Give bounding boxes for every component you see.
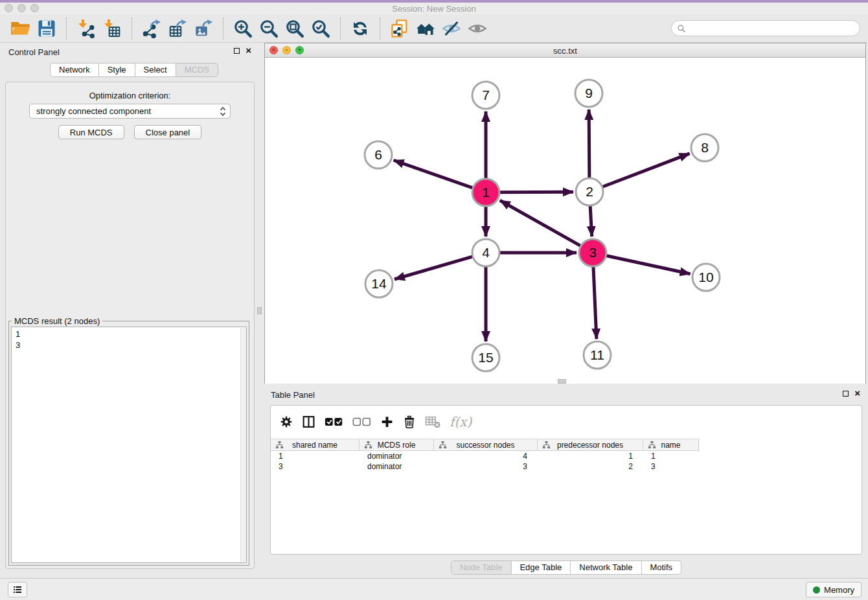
close-table-panel-icon[interactable]: ×	[854, 390, 860, 397]
zoom-out-button[interactable]	[256, 17, 282, 40]
apply-layout-button[interactable]	[347, 17, 373, 40]
mcds-result-values: 13	[12, 327, 246, 352]
zoom-selected-button[interactable]	[308, 17, 334, 40]
column-header-MCDS-role[interactable]: MCDS role	[360, 439, 434, 450]
graph-node-9[interactable]: 9	[575, 80, 602, 107]
graph-edge-3-11[interactable]	[593, 266, 597, 339]
search-field[interactable]	[671, 20, 860, 36]
graph-edge-1-6[interactable]	[394, 160, 474, 188]
memory-button[interactable]: Memory	[806, 582, 862, 597]
float-panel-icon[interactable]	[234, 48, 240, 54]
delete-table-icon	[425, 415, 440, 429]
function-builder-button[interactable]: f(x)	[450, 412, 472, 432]
tab-style[interactable]: Style	[99, 63, 135, 77]
zoom-in-button[interactable]	[230, 17, 256, 40]
close-panel-button[interactable]: Close panel	[134, 125, 202, 139]
graph-node-8[interactable]: 8	[691, 134, 718, 161]
table-settings-button[interactable]	[280, 412, 293, 432]
column-layout-button[interactable]	[302, 412, 315, 432]
save-session-button[interactable]	[34, 17, 60, 40]
zoom-in-icon	[233, 19, 253, 38]
result-scrollbar[interactable]	[240, 328, 246, 562]
export-network-icon	[142, 19, 161, 38]
refresh-icon	[350, 19, 370, 38]
column-header-predecessor-nodes[interactable]: predecessor nodes	[538, 439, 643, 450]
network-canvas[interactable]: 7968124314101511	[265, 58, 865, 384]
node-label: 10	[698, 270, 713, 284]
node-label: 11	[590, 347, 604, 362]
toolbar-separator	[223, 17, 223, 40]
tab-network[interactable]: Network	[50, 63, 99, 77]
graph-node-1[interactable]: 1	[472, 179, 499, 206]
float-table-panel-icon[interactable]	[843, 391, 849, 397]
graph-node-14[interactable]: 14	[365, 270, 393, 297]
export-network-button[interactable]	[139, 17, 165, 40]
column-header-shared-name[interactable]: shared name	[271, 439, 360, 450]
column-header-label: MCDS role	[378, 441, 416, 450]
graph-edge-3-10[interactable]	[606, 255, 691, 273]
tab-node-table[interactable]: Node Table	[451, 560, 512, 575]
table-row[interactable]: 1dominator411	[271, 451, 862, 461]
window-title: Session: New Session	[0, 4, 868, 14]
zoom-fit-icon	[285, 19, 304, 38]
tab-mcds[interactable]: MCDS	[176, 63, 218, 77]
delete-table-button[interactable]	[425, 412, 440, 432]
table-header-row: shared nameMCDS rolesuccessor nodesprede…	[271, 439, 700, 451]
close-panel-icon[interactable]: ×	[246, 47, 251, 54]
export-image-button[interactable]	[190, 17, 216, 40]
clone-network-button[interactable]	[387, 17, 413, 40]
table-cell: 3	[271, 462, 360, 471]
graph-edge-2-3[interactable]	[590, 205, 592, 237]
export-table-button[interactable]	[165, 17, 190, 40]
table-row[interactable]: 3dominator323	[271, 461, 862, 472]
search-input[interactable]	[686, 23, 860, 33]
graph-edge-1-2[interactable]	[499, 192, 573, 192]
tab-edge-table[interactable]: Edge Table	[511, 560, 571, 575]
deselect-all-button[interactable]	[352, 412, 371, 432]
network-window-titlebar[interactable]: × − + scc.txt	[265, 43, 865, 58]
main-titlebar: Session: New Session	[0, 3, 868, 14]
graph-edge-4-14[interactable]	[394, 257, 473, 279]
graph-node-3[interactable]: 3	[579, 239, 606, 266]
show-panels-button[interactable]	[8, 582, 27, 597]
criterion-select[interactable]: strongly connected component	[29, 104, 231, 119]
graph-node-15[interactable]: 15	[472, 344, 499, 371]
import-table-button[interactable]	[99, 17, 125, 40]
graph-node-2[interactable]: 2	[576, 178, 603, 205]
vertical-splitter-grip[interactable]	[257, 307, 262, 314]
graph-node-7[interactable]: 7	[472, 82, 499, 109]
graph-node-10[interactable]: 10	[692, 264, 720, 291]
show-hide-button[interactable]	[464, 17, 490, 40]
houses-icon	[416, 19, 435, 38]
zoom-fit-button[interactable]	[282, 17, 308, 40]
node-label: 4	[482, 245, 490, 260]
graph-edge-2-9[interactable]	[589, 110, 589, 178]
mcds-result-box[interactable]: 13	[11, 327, 247, 563]
graph-node-11[interactable]: 11	[584, 341, 611, 369]
column-header-name[interactable]: name	[643, 439, 699, 450]
graphics-details-button[interactable]	[439, 17, 464, 40]
graph-node-4[interactable]: 4	[472, 239, 499, 266]
list-icon	[12, 584, 23, 595]
tree-icon	[364, 441, 372, 449]
clone-network-icon	[390, 19, 409, 38]
table-cell: 1	[271, 452, 360, 461]
column-header-successor-nodes[interactable]: successor nodes	[434, 439, 538, 450]
tab-select[interactable]: Select	[135, 63, 176, 77]
horizontal-splitter-grip[interactable]	[558, 379, 566, 384]
graph-edge-2-8[interactable]	[602, 154, 690, 187]
table-cell: 2	[538, 462, 643, 471]
run-mcds-button[interactable]: Run MCDS	[58, 125, 124, 139]
network-overview-button[interactable]	[413, 17, 439, 40]
graph-node-6[interactable]: 6	[365, 141, 392, 168]
import-network-button[interactable]	[73, 17, 99, 40]
open-session-button[interactable]	[8, 17, 34, 40]
tab-motifs[interactable]: Motifs	[641, 560, 681, 575]
select-all-button[interactable]	[325, 412, 343, 432]
graph-edge-3-1[interactable]	[500, 200, 581, 246]
tab-network-table[interactable]: Network Table	[571, 560, 641, 575]
export-table-icon	[168, 19, 187, 38]
delete-column-button[interactable]	[403, 412, 416, 432]
control-panel-header: Control Panel ×	[0, 43, 259, 61]
add-column-button[interactable]	[380, 412, 394, 432]
